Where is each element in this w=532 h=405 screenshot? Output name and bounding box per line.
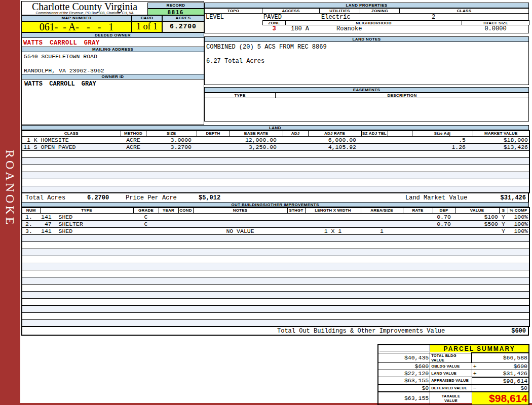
summary-op: + bbox=[473, 363, 477, 370]
summary-row: $63,155 APPRAISED VALUE $98,614 bbox=[378, 377, 529, 385]
neighborhood-code: 180 A bbox=[291, 25, 309, 34]
zoning-label: ZONING bbox=[360, 8, 400, 14]
outb-header-row: NUM TYPE GRADE YEAR COND NOTES STHGT LEN… bbox=[22, 208, 529, 213]
outb-empty-row bbox=[22, 277, 529, 284]
deeded-owner-label: DEEDED OWNER bbox=[21, 32, 204, 38]
price-per-acre-value: $5,012 bbox=[199, 193, 220, 202]
outb-col-year: YEAR bbox=[159, 208, 178, 213]
acres-value: 6.2700 bbox=[162, 21, 204, 32]
summary-value: $31,426 bbox=[503, 370, 527, 377]
land-col-class: CLASS bbox=[22, 131, 121, 136]
outb-col-cond: COND bbox=[178, 208, 193, 213]
outb-row: 1. 141 SHED C 0.70 $100 Y 100% bbox=[22, 213, 529, 220]
land-col-sz-adj-tbl: SZ ADJ TBL bbox=[361, 131, 388, 136]
outb-empty-row bbox=[22, 256, 529, 263]
outb-empty-row bbox=[22, 298, 529, 305]
zone-subtable: ZONE NEIGHBORHOOD TRACT SIZE 3 180 A Roa… bbox=[262, 20, 529, 34]
summary-row: $22,120 LAND VALUE +$31,426 bbox=[378, 370, 529, 377]
land-col-method: METHOD bbox=[121, 131, 146, 136]
summary-row: $600 OBLDG VALUE +$600 bbox=[378, 362, 529, 370]
land-col-base-rate: BASE RATE bbox=[230, 131, 283, 136]
land-empty-row bbox=[22, 179, 529, 186]
parcel-summary-table: PARCEL SUMMARY $40,435 TOTAL BLDG VALUE … bbox=[377, 344, 529, 405]
outb-col-area: AREA/SIZE bbox=[361, 208, 403, 213]
land-market-value-label: Land Market Value bbox=[405, 193, 467, 202]
land-row: 1 K HOMESITE ACRE 3.0000 12,000.00 6,000… bbox=[22, 136, 529, 143]
address-line1: 5540 SCUFFLETOWN ROAD bbox=[24, 53, 97, 60]
land-empty-row bbox=[22, 165, 529, 172]
summary-prior-header bbox=[378, 345, 430, 353]
zone-label: ZONE bbox=[262, 20, 286, 25]
land-market-value: $31,426 bbox=[501, 193, 526, 202]
outb-col-value: VALUE bbox=[455, 208, 499, 213]
topo-label: TOPO bbox=[204, 8, 262, 14]
land-col-depth: DEPTH bbox=[197, 131, 230, 136]
outb-empty-row bbox=[22, 263, 529, 270]
outb-empty-row bbox=[22, 241, 529, 249]
owner-id-value: WATTS CARROLL GRAY bbox=[24, 80, 96, 88]
land-properties-box: LAND PROPERTIES TOPO ACCESS UTILITIES ZO… bbox=[204, 3, 529, 33]
outb-col-grade: GRADE bbox=[133, 208, 159, 213]
outb-empty-row bbox=[22, 305, 529, 312]
outb-col-num: NUM bbox=[22, 208, 40, 213]
land-notes-box: LAND NOTES COMBINED (20) 5 ACS FROM REC … bbox=[204, 36, 529, 85]
easements-box: EASEMENTS TYPE DESCRIPTION bbox=[204, 87, 529, 122]
summary-op: + bbox=[473, 370, 477, 377]
card-value: 1 of 1 bbox=[132, 21, 162, 32]
outb-empty-row bbox=[22, 249, 529, 256]
left-district-band: ROANOKE bbox=[0, 0, 20, 405]
summary-taxable-row: $63,155 TAXABLEVALUE $98,614 bbox=[378, 392, 529, 405]
outb-col-s: S bbox=[499, 208, 508, 213]
land-empty-row bbox=[22, 186, 529, 193]
district-name: ROANOKE bbox=[3, 150, 17, 227]
map-number-label: MAP NUMBER bbox=[21, 15, 132, 21]
land-properties-title: LAND PROPERTIES bbox=[204, 3, 529, 8]
summary-value: $66,588 bbox=[503, 354, 527, 361]
land-notes-title: LAND NOTES bbox=[204, 36, 529, 42]
tract-size-label: TRACT SIZE bbox=[462, 20, 529, 25]
taxable-value-label: TAXABLEVALUE bbox=[430, 392, 472, 405]
outb-col-type: TYPE bbox=[40, 208, 133, 213]
outb-col-lxw: LENGTH X WIDTH bbox=[305, 208, 361, 213]
county-header-box: Charlotte County Virginia Commissioner o… bbox=[21, 1, 204, 15]
land-empty-row bbox=[22, 157, 529, 165]
land-col-blank bbox=[388, 131, 412, 136]
utilities-label: UTILITIES bbox=[319, 8, 360, 14]
easements-title: EASEMENTS bbox=[204, 87, 529, 93]
outb-col-notes: NOTES bbox=[193, 208, 287, 213]
outb-empty-row bbox=[22, 312, 529, 319]
outb-col-sthgt: STHGT bbox=[287, 208, 305, 213]
outb-empty-row bbox=[22, 284, 529, 291]
outb-empty-row bbox=[22, 319, 529, 327]
topo-value: LEVEL bbox=[206, 14, 224, 21]
land-empty-row bbox=[22, 172, 529, 179]
outb-total-label: Total Out Buildings & Other Improvements… bbox=[277, 327, 445, 335]
land-col-size-adj: Size Adj bbox=[412, 131, 473, 136]
record-number: 8816 bbox=[147, 9, 204, 15]
outb-total-row: Total Out Buildings & Other Improvements… bbox=[21, 327, 529, 336]
parcel-record-page: ROANOKE Charlotte County Virginia Commis… bbox=[0, 0, 532, 405]
tract-size-value: 0.0000 bbox=[462, 25, 529, 34]
out-buildings-section: OUT BUILDINGS/OTHER IMPROVEMENTS NUM TYP… bbox=[21, 202, 529, 336]
total-acres-value: 6.2700 bbox=[87, 193, 109, 202]
address-line2: RANDOLPH, VA 23962-3962 bbox=[24, 67, 104, 74]
outb-total-value: $600 bbox=[511, 327, 526, 335]
land-header-row: CLASS METHOD SIZE DEPTH BASE RATE ADJ AD… bbox=[22, 131, 529, 136]
land-note-line1: COMBINED (20) 5 ACS FROM REC 8869 bbox=[206, 44, 327, 51]
county-subtitle: Commissioner of the Revenue, PO Box 308,… bbox=[22, 11, 147, 15]
summary-row: $0 DEFERRED VALUE −$0 bbox=[378, 384, 529, 392]
outb-empty-row bbox=[22, 234, 529, 241]
deeded-owner-value: WATTS CARROLL GRAY bbox=[23, 39, 100, 47]
land-col-adj-rate: ADJ RATE bbox=[308, 131, 361, 136]
parcel-summary-title: PARCEL SUMMARY bbox=[430, 345, 529, 353]
record-label: RECORD bbox=[147, 3, 204, 9]
land-title: LAND bbox=[21, 125, 529, 130]
total-acres-label: Total Acres bbox=[25, 193, 65, 202]
owner-box: DEEDED OWNER WATTS CARROLL GRAY MAILING … bbox=[21, 32, 204, 125]
acres-label: ACRES bbox=[162, 15, 204, 21]
land-col-size: SIZE bbox=[146, 131, 197, 136]
owner-id-label: OWNER ID bbox=[21, 74, 204, 79]
land-col-adj: ADJ bbox=[283, 131, 308, 136]
outb-col-pct: % COMP bbox=[508, 208, 529, 213]
card-label: CARD bbox=[132, 15, 162, 21]
